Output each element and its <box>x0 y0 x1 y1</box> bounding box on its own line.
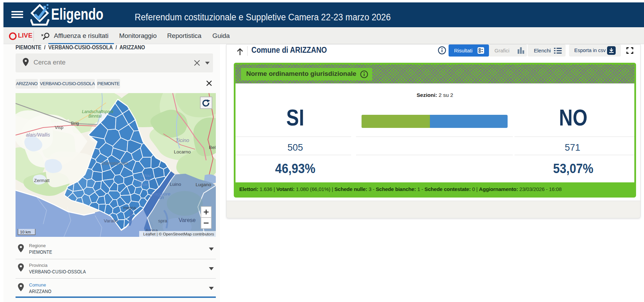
svg-text:Maggiore: Maggiore <box>151 191 170 197</box>
svg-text:Varallo: Varallo <box>104 218 118 223</box>
svg-text:Domodossola: Domodossola <box>102 161 128 166</box>
svg-text:Varese: Varese <box>179 217 196 223</box>
svg-text:spra: spra <box>158 218 167 223</box>
svg-text:alais/Wallis: alais/Wallis <box>26 132 50 138</box>
svg-text:Ticino: Ticino <box>175 137 189 143</box>
svg-text:megna: megna <box>123 205 136 210</box>
svg-text:Binntal: Binntal <box>88 114 102 119</box>
svg-text:Locarno: Locarno <box>174 149 191 154</box>
svg-text:ande: ande <box>139 182 148 187</box>
svg-text:Visp: Visp <box>55 125 63 130</box>
svg-text:Zermatt: Zermatt <box>34 178 50 183</box>
svg-text:Lugano: Lugano <box>195 182 211 187</box>
svg-text:Luino: Luino <box>170 182 181 187</box>
svg-text:Brig: Brig <box>71 121 79 126</box>
svg-text:o Naz: o Naz <box>141 173 151 178</box>
svg-text:Leaflet | © OpenStreetMap cont: Leaflet | © OpenStreetMap contributors <box>143 232 214 236</box>
svg-text:10 km: 10 km <box>20 230 31 234</box>
svg-text:ella Val: ella Val <box>137 178 151 182</box>
svg-text:Bellinz: Bellinz <box>209 145 216 150</box>
svg-text:Landschaftspark: Landschaftspark <box>82 109 114 114</box>
